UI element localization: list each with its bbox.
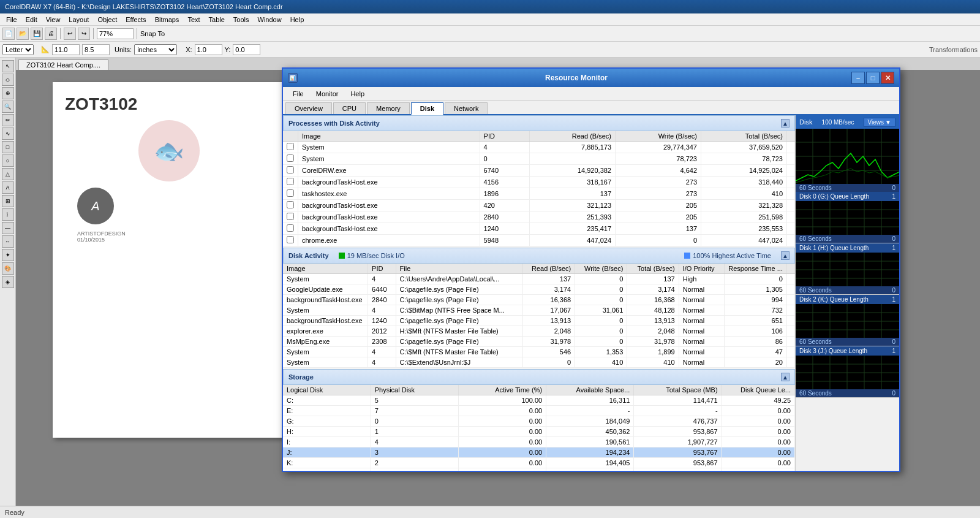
table-row[interactable]: L: 6 0.00 86,197 114,479 0.00 — [283, 468, 795, 471]
menu-edit[interactable]: Edit — [22, 15, 41, 25]
table-row[interactable]: backgroundTaskHost.exe 4156 318,167 273 … — [283, 177, 795, 188]
tab-cpu[interactable]: CPU — [333, 102, 366, 114]
tool-connector[interactable]: — — [2, 222, 14, 234]
rm-minimize-btn[interactable]: – — [851, 72, 865, 84]
new-btn[interactable]: 📄 — [2, 28, 15, 40]
disk-activity-header[interactable]: Disk Activity 19 MB/sec Disk I/O 100% Hi… — [283, 248, 795, 264]
tool-fill[interactable]: 🎨 — [2, 262, 14, 275]
sidebar-views-btn[interactable]: Views ▼ — [864, 118, 895, 127]
menu-object[interactable]: Object — [94, 15, 121, 25]
menu-file[interactable]: File — [2, 15, 21, 25]
table-row[interactable]: System 4 C:\$BitMap (NTFS Free Space M..… — [283, 305, 795, 316]
coreldraw-tab-active[interactable]: ZOT3102 Heart Comp.... — [18, 59, 108, 70]
col-total[interactable]: Total (B/sec) — [701, 131, 787, 142]
storage-collapse-btn[interactable]: ▲ — [781, 373, 790, 381]
table-row[interactable]: CorelDRW.exe 6740 14,920,382 4,642 14,92… — [283, 165, 795, 177]
table-row[interactable]: chrome.exe 5948 447,024 0 447,024 — [283, 235, 795, 246]
st-col-queue[interactable]: Disk Queue Le... — [722, 385, 794, 395]
tool-select[interactable]: ↖ — [2, 60, 14, 72]
row-checkbox[interactable] — [283, 223, 298, 235]
menu-tools[interactable]: Tools — [230, 15, 253, 25]
table-row[interactable]: backgroundTaskHost.exe 2840 251,393 205 … — [283, 211, 795, 223]
tool-dimension[interactable]: ↔ — [2, 235, 14, 248]
row-checkbox[interactable] — [283, 188, 298, 200]
table-row[interactable]: backgroundTaskHost.exe 1240 235,417 137 … — [283, 223, 795, 235]
da-col-image[interactable]: Image — [283, 264, 368, 274]
st-col-logical[interactable]: Logical Disk — [283, 385, 371, 395]
menu-bitmaps[interactable]: Bitmaps — [151, 15, 183, 25]
table-row[interactable]: System 4 7,885,173 29,774,347 37,659,520 — [283, 142, 795, 153]
table-row[interactable]: System 4 C:\$Mft (NTFS Master File Table… — [283, 347, 795, 357]
table-row[interactable]: K: 2 0.00 194,405 953,867 0.00 — [283, 458, 795, 468]
x-input[interactable] — [195, 44, 222, 55]
processes-collapse-btn[interactable]: ▲ — [781, 119, 790, 128]
tab-overview[interactable]: Overview — [285, 102, 332, 114]
table-row[interactable]: J: 3 0.00 194,234 953,767 0.00 — [283, 448, 795, 458]
tool-text[interactable]: A — [2, 181, 14, 194]
tool-polygon[interactable]: △ — [2, 168, 14, 180]
tab-network[interactable]: Network — [445, 102, 488, 114]
save-btn[interactable]: 💾 — [31, 28, 43, 40]
storage-header[interactable]: Storage ▲ — [283, 369, 795, 385]
st-col-total[interactable]: Total Space (MB) — [634, 385, 722, 395]
col-pid[interactable]: PID — [480, 131, 529, 142]
table-row[interactable]: explorer.exe 2012 H:\$Mft (NTFS Master F… — [283, 326, 795, 337]
menu-table[interactable]: Table — [205, 15, 228, 25]
menu-window[interactable]: Window — [254, 15, 285, 25]
table-row[interactable]: G: 0 0.00 184,049 476,737 0.00 — [283, 416, 795, 427]
table-row[interactable]: System 0 78,723 78,723 — [283, 153, 795, 165]
table-row[interactable]: backgroundTaskHost.exe 1240 C:\pagefile.… — [283, 316, 795, 326]
undo-btn[interactable]: ↩ — [64, 28, 76, 40]
table-row[interactable]: System 4 C:\Users\Andre\AppData\Local\..… — [283, 274, 795, 284]
tab-memory[interactable]: Memory — [367, 102, 410, 114]
tool-shape[interactable]: ◇ — [2, 74, 14, 86]
menu-view[interactable]: View — [42, 15, 64, 25]
rm-menu-help[interactable]: Help — [345, 89, 369, 99]
da-col-read[interactable]: Read (B/sec) — [522, 264, 575, 274]
table-row[interactable]: backgroundTaskHost.exe 420 321,123 205 3… — [283, 200, 795, 211]
rm-menu-monitor[interactable]: Monitor — [311, 89, 344, 99]
menu-layout[interactable]: Layout — [65, 15, 92, 25]
col-read[interactable]: Read (B/sec) — [530, 131, 616, 142]
row-checkbox[interactable] — [283, 200, 298, 211]
row-checkbox[interactable] — [283, 177, 298, 188]
rm-close-btn[interactable]: ✕ — [881, 72, 894, 84]
processes-header[interactable]: Processes with Disk Activity ▲ — [283, 115, 795, 131]
table-row[interactable]: H: 1 0.00 450,362 953,867 0.00 — [283, 427, 795, 437]
menu-help[interactable]: Help — [287, 15, 308, 25]
table-row[interactable]: MsMpEng.exe 2308 C:\pagefile.sys (Page F… — [283, 337, 795, 347]
da-col-pid[interactable]: PID — [368, 264, 396, 274]
y-input[interactable] — [233, 44, 260, 55]
tool-parallel[interactable]: ⧘ — [2, 208, 14, 221]
redo-btn[interactable]: ↪ — [78, 28, 90, 40]
table-row[interactable]: I: 4 0.00 190,561 1,907,727 0.00 — [283, 437, 795, 448]
da-col-response[interactable]: Response Time ... — [725, 264, 787, 274]
tool-effects[interactable]: ✦ — [2, 249, 14, 261]
zoom-input[interactable] — [97, 28, 134, 39]
row-checkbox[interactable] — [283, 142, 298, 153]
menu-text[interactable]: Text — [184, 15, 203, 25]
disk-activity-collapse-btn[interactable]: ▲ — [781, 251, 790, 260]
da-col-priority[interactable]: I/O Priority — [679, 264, 725, 274]
row-checkbox[interactable] — [283, 211, 298, 223]
table-row[interactable]: C: 5 100.00 16,311 114,471 49.25 — [283, 395, 795, 406]
row-checkbox[interactable] — [283, 165, 298, 177]
tool-table[interactable]: ⊞ — [2, 195, 14, 207]
da-col-write[interactable]: Write (B/sec) — [575, 264, 627, 274]
paper-size-select[interactable]: Letter — [2, 44, 34, 55]
table-row[interactable]: E: 7 0.00 - - 0.00 — [283, 406, 795, 416]
print-btn[interactable]: 🖨 — [45, 28, 57, 40]
row-checkbox[interactable] — [283, 153, 298, 165]
col-image[interactable]: Image — [298, 131, 480, 142]
st-col-active[interactable]: Active Time (%) — [458, 385, 546, 395]
st-col-available[interactable]: Available Space... — [546, 385, 634, 395]
row-checkbox[interactable] — [283, 235, 298, 246]
tool-rect[interactable]: □ — [2, 141, 14, 153]
da-col-file[interactable]: File — [396, 264, 522, 274]
height-input[interactable] — [82, 44, 110, 55]
units-select[interactable]: inches — [134, 44, 177, 55]
tool-smartfill[interactable]: ∿ — [2, 128, 14, 140]
table-row[interactable]: System 4 C:\$Extend\$UsnJrnl:$J 0 410 41… — [283, 357, 795, 368]
rm-maximize-btn[interactable]: □ — [866, 72, 880, 84]
tool-crop[interactable]: ⊕ — [2, 87, 14, 99]
